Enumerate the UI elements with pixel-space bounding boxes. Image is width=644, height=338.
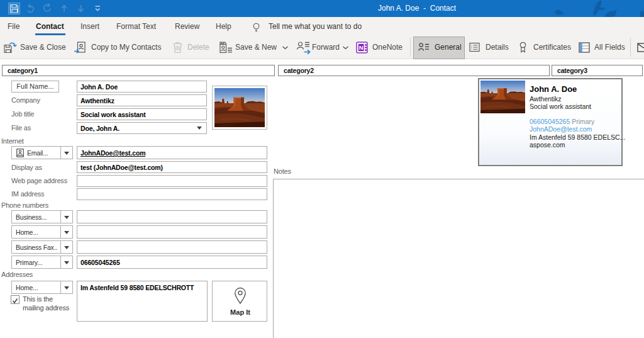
svg-text:N: N <box>359 44 364 51</box>
